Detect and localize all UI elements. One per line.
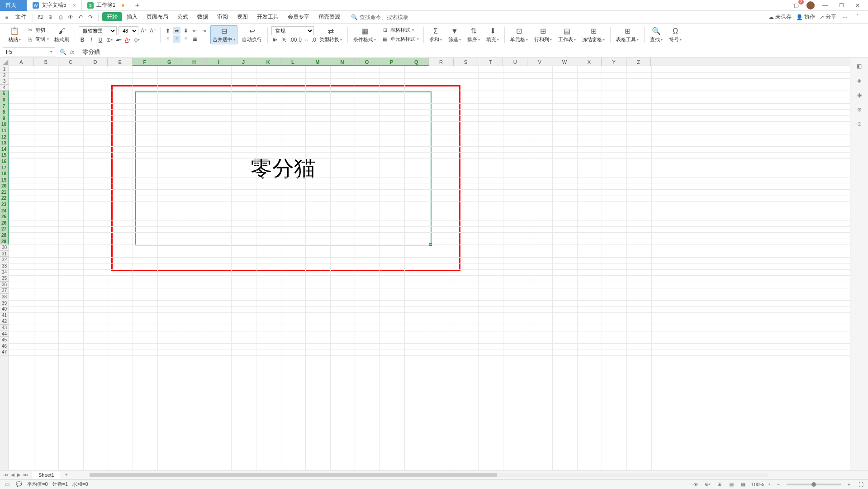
row-header-24[interactable]: 24 (0, 208, 9, 214)
collaborate-button[interactable]: 👤协作 (796, 13, 815, 21)
col-header-Z[interactable]: Z (626, 58, 651, 66)
align-center-icon[interactable]: ≡ (173, 35, 180, 43)
sidebar-icon-5[interactable]: ⊙ (855, 120, 864, 129)
eye-icon[interactable]: 👁 (693, 481, 700, 488)
row-header-35[interactable]: 35 (0, 275, 9, 282)
sheet-tab-1[interactable]: Sheet1 (32, 471, 61, 479)
row-header-15[interactable]: 15 (0, 152, 9, 158)
table-tool-button[interactable]: ⊞表格工具▾ (614, 26, 640, 44)
row-header-30[interactable]: 30 (0, 244, 9, 251)
row-header-17[interactable]: 17 (0, 165, 9, 171)
sum-button[interactable]: Σ求和▾ (427, 26, 444, 44)
row-header-11[interactable]: 11 (0, 128, 9, 134)
cell-button[interactable]: ⊡单元格▾ (508, 26, 530, 44)
save-as-icon[interactable]: 🗎 (47, 13, 55, 21)
row-header-2[interactable]: 2 (0, 72, 9, 79)
auto-wrap-button[interactable]: ↩自动换行 (240, 26, 264, 44)
menu-tab-公式[interactable]: 公式 (173, 12, 193, 21)
avatar[interactable] (806, 1, 815, 10)
row-header-41[interactable]: 41 (0, 312, 9, 319)
spreadsheet-grid[interactable]: ABCDEFGHIJKLMNOPQRSTUVWXYZ 1234567891011… (0, 58, 868, 470)
print-icon[interactable]: ⎙ (57, 13, 65, 21)
merge-center-button[interactable]: ⊟合并居中▾ (210, 25, 237, 44)
view-break-icon[interactable]: ▦ (740, 481, 747, 488)
align-top-icon[interactable]: ⬆ (164, 27, 171, 34)
font-size-select[interactable]: 48 (119, 26, 138, 35)
zoom-level[interactable]: 100% (751, 482, 764, 487)
col-header-H[interactable]: H (182, 58, 207, 66)
col-header-V[interactable]: V (527, 58, 552, 66)
menu-tab-数据[interactable]: 数据 (193, 12, 213, 21)
col-header-G[interactable]: G (157, 58, 182, 66)
row-header-12[interactable]: 12 (0, 134, 9, 140)
row-header-28[interactable]: 28 (0, 232, 9, 239)
row-header-45[interactable]: 45 (0, 337, 9, 343)
row-header-34[interactable]: 34 (0, 269, 9, 276)
search-input[interactable] (360, 14, 414, 20)
select-all-corner[interactable] (0, 58, 9, 66)
col-header-X[interactable]: X (577, 58, 602, 66)
hamburger-icon[interactable]: ≡ (3, 13, 11, 21)
paste-button[interactable]: 📋粘贴▾ (6, 26, 23, 44)
undo-icon[interactable]: ↶ (76, 13, 85, 21)
col-header-K[interactable]: K (256, 58, 281, 66)
view-normal-icon[interactable]: ⊞ (716, 481, 723, 488)
font-color-icon[interactable]: A▾ (124, 36, 131, 43)
row-header-14[interactable]: 14 (0, 146, 9, 153)
menu-tab-页面布局[interactable]: 页面布局 (142, 12, 173, 21)
row-header-23[interactable]: 23 (0, 201, 9, 208)
row-header-25[interactable]: 25 (0, 214, 9, 220)
unsaved-indicator[interactable]: ☁未保存 (768, 13, 792, 21)
row-header-39[interactable]: 39 (0, 300, 9, 307)
tab-home[interactable]: 首页 (0, 0, 27, 11)
col-header-S[interactable]: S (454, 58, 479, 66)
center-icon[interactable]: ⊕▾ (704, 481, 711, 488)
cell-style-button[interactable]: ▦单元格样式▾ (380, 35, 420, 43)
font-name-select[interactable]: 微软雅黑 (79, 26, 117, 35)
decrease-font-icon[interactable]: A⁻ (149, 27, 157, 34)
menu-tab-审阅[interactable]: 审阅 (213, 12, 232, 21)
clear-format-icon[interactable]: ◇▾ (133, 36, 140, 43)
comma-icon[interactable]: ,00 (289, 36, 297, 43)
row-header-26[interactable]: 26 (0, 220, 9, 226)
row-header-20[interactable]: 20 (0, 183, 9, 189)
col-header-O[interactable]: O (355, 58, 379, 66)
row-header-46[interactable]: 46 (0, 343, 9, 350)
col-header-T[interactable]: T (478, 58, 503, 66)
row-header-36[interactable]: 36 (0, 282, 9, 288)
row-header-38[interactable]: 38 (0, 294, 9, 300)
row-header-31[interactable]: 31 (0, 251, 9, 257)
tab-doc[interactable]: W 文字文稿5 × (27, 0, 82, 11)
row-header-10[interactable]: 10 (0, 121, 9, 128)
row-header-47[interactable]: 47 (0, 349, 9, 355)
sort-button[interactable]: ⇅排序▾ (465, 26, 482, 44)
command-search[interactable]: 🔍 (351, 14, 414, 20)
notification-icon[interactable]: ▢ (790, 1, 802, 10)
align-left-icon[interactable]: ≡ (164, 35, 171, 43)
sidebar-icon-4[interactable]: ⊕ (855, 105, 864, 114)
row-header-18[interactable]: 18 (0, 171, 9, 177)
row-header-16[interactable]: 16 (0, 158, 9, 165)
menu-tab-会员专享[interactable]: 会员专享 (283, 12, 314, 21)
redo-icon[interactable]: ↷ (86, 13, 95, 21)
row-header-22[interactable]: 22 (0, 195, 9, 201)
row-header-37[interactable]: 37 (0, 288, 9, 294)
increase-decimal-icon[interactable]: .0→ (299, 36, 306, 43)
add-sheet-button[interactable]: + (61, 472, 71, 478)
formula-input[interactable]: 零分猫 (79, 48, 868, 56)
row-header-33[interactable]: 33 (0, 263, 9, 269)
row-header-7[interactable]: 7 (0, 103, 9, 110)
close-button[interactable]: ✕ (852, 1, 863, 10)
col-header-Q[interactable]: Q (404, 58, 429, 66)
copy-button[interactable]: ⎘复制▾ (25, 35, 50, 43)
col-header-Y[interactable]: Y (602, 58, 626, 66)
tab-close-icon[interactable]: × (73, 2, 76, 9)
fullscreen-icon[interactable]: ⛶ (857, 481, 864, 488)
zoom-slider[interactable] (787, 484, 841, 485)
fill-color-icon[interactable]: ▰▾ (115, 36, 122, 43)
worksheet-button[interactable]: ▤工作表▾ (556, 26, 578, 44)
zoom-icon[interactable]: 🔍 (60, 49, 66, 55)
col-header-B[interactable]: B (34, 58, 59, 66)
indent-decrease-icon[interactable]: ⇤ (191, 27, 199, 34)
freeze-button[interactable]: ⊞冻结窗格▾ (580, 26, 607, 44)
